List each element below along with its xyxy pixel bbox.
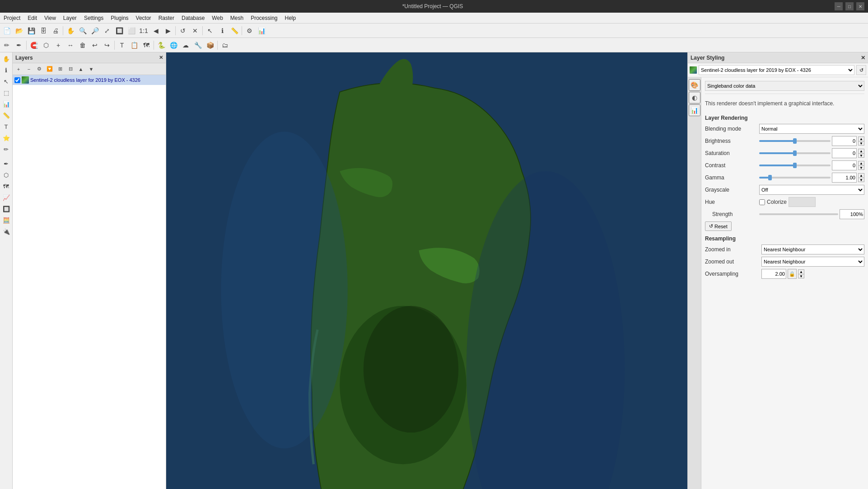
gamma-slider[interactable] <box>759 174 831 181</box>
contrast-slider[interactable] <box>759 162 831 169</box>
brightness-spinbox[interactable] <box>832 136 857 146</box>
plugin3-button[interactable]: 🗂 <box>219 39 231 51</box>
oversampling-up-button[interactable]: ▲ <box>798 269 804 274</box>
menu-settings[interactable]: Settings <box>80 14 107 22</box>
zoom-to-selection-button[interactable]: 🔲 <box>1 203 12 214</box>
saturation-up-button[interactable]: ▲ <box>858 149 864 153</box>
styling-tab-transparency[interactable]: ◐ <box>689 92 700 103</box>
oversampling-spinbox[interactable] <box>761 269 786 279</box>
layers-panel-close-icon[interactable]: ✕ <box>159 55 163 61</box>
blending-mode-dropdown[interactable]: Normal Multiply Screen <box>759 124 864 134</box>
measure-line-button[interactable]: 📏 <box>1 110 12 121</box>
menu-processing[interactable]: Processing <box>247 14 281 22</box>
menu-raster[interactable]: Raster <box>155 14 178 22</box>
styling-tab-renderer[interactable]: 🎨 <box>689 79 700 91</box>
saturation-slider[interactable] <box>759 150 831 156</box>
menu-help[interactable]: Help <box>281 14 300 22</box>
zoom-out-button[interactable]: 🔎 <box>89 25 101 37</box>
georef-button[interactable]: 🗺 <box>1 181 12 192</box>
pan-button[interactable]: ✋ <box>65 25 76 37</box>
zoomed-in-dropdown[interactable]: Nearest Neighbour Bilinear Cubic <box>761 244 864 254</box>
add-text-button[interactable]: T <box>1 121 12 132</box>
hue-color-swatch[interactable] <box>789 197 816 207</box>
measure-button[interactable]: 📏 <box>229 25 240 37</box>
select-button[interactable]: ↖ <box>204 25 216 37</box>
open-project-button[interactable]: 📂 <box>13 25 25 37</box>
layer-name[interactable]: Sentinel-2 cloudless layer for 2019 by E… <box>30 77 140 83</box>
menu-layer[interactable]: Layer <box>60 14 80 22</box>
menu-view[interactable]: View <box>41 14 60 22</box>
undo-button[interactable]: ↩ <box>89 39 101 51</box>
maximize-button[interactable]: □ <box>845 2 854 10</box>
print-button[interactable]: 🖨 <box>50 25 61 37</box>
new-project-button[interactable]: 📄 <box>1 25 13 37</box>
zoomed-out-dropdown[interactable]: Nearest Neighbour Bilinear Cubic <box>761 257 864 267</box>
advanced-digitize-button[interactable]: ⬡ <box>1 169 12 180</box>
browser-button[interactable]: 🌐 <box>168 39 179 51</box>
brightness-slider[interactable] <box>759 138 831 144</box>
styling-refresh-button[interactable]: ↺ <box>856 65 866 75</box>
layer-checkbox[interactable] <box>14 77 20 83</box>
move-down-button[interactable]: ▼ <box>86 64 96 74</box>
menu-mesh[interactable]: Mesh <box>227 14 247 22</box>
minimize-button[interactable]: ─ <box>835 2 843 10</box>
move-feature-button[interactable]: ↔ <box>65 39 76 51</box>
menu-database[interactable]: Database <box>178 14 208 22</box>
vertex-button[interactable]: ⬡ <box>40 39 52 51</box>
strength-slider[interactable] <box>759 211 838 217</box>
refresh-button[interactable]: ↺ <box>177 25 189 37</box>
identify-features-button[interactable]: ℹ <box>1 65 12 75</box>
gamma-spinbox[interactable] <box>832 173 857 183</box>
filter-layers-button[interactable]: 🔽 <box>45 64 55 74</box>
styling-tab-histogram[interactable]: 📊 <box>689 104 700 116</box>
oversampling-down-button[interactable]: ▼ <box>798 274 804 278</box>
delete-feature-button[interactable]: 🗑 <box>77 39 89 51</box>
deselect-button[interactable]: ⬚ <box>1 87 12 98</box>
zoom-last-button[interactable]: ◀ <box>150 25 162 37</box>
expand-all-button[interactable]: ⊞ <box>55 64 65 74</box>
colorize-checkbox[interactable] <box>759 199 765 205</box>
styling-panel-close-icon[interactable]: ✕ <box>861 55 865 61</box>
zoom-next-button[interactable]: ▶ <box>162 25 174 37</box>
plugin2-button[interactable]: 📦 <box>204 39 216 51</box>
contrast-down-button[interactable]: ▼ <box>858 165 864 170</box>
labels-button[interactable]: T <box>116 39 128 51</box>
layout-button[interactable]: 📋 <box>128 39 140 51</box>
open-table-button[interactable]: 📊 <box>1 99 12 109</box>
oversampling-lock-button[interactable]: 🔒 <box>788 269 797 279</box>
strength-spinbox[interactable] <box>840 209 864 219</box>
open-layer-properties-button[interactable]: ⚙ <box>34 64 44 74</box>
zoom-extent-button[interactable]: ⤢ <box>101 25 113 37</box>
identify-button[interactable]: ℹ <box>216 25 228 37</box>
layer-item[interactable]: Sentinel-2 cloudless layer for 2019 by E… <box>13 75 166 85</box>
save-project-button[interactable]: 💾 <box>25 25 37 37</box>
menu-edit[interactable]: Edit <box>24 14 41 22</box>
attribute-table-button[interactable]: 📊 <box>256 25 267 37</box>
saturation-down-button[interactable]: ▼ <box>858 153 864 158</box>
pan-map-button[interactable]: ✋ <box>1 53 12 64</box>
saturation-spinbox[interactable] <box>832 148 857 158</box>
layer-diagram-button[interactable]: 📈 <box>1 192 12 203</box>
brightness-down-button[interactable]: ▼ <box>858 141 864 146</box>
print-layout-button[interactable]: 🗺 <box>140 39 152 51</box>
qgis-cloud-button[interactable]: ☁ <box>180 39 191 51</box>
zoom-in-button[interactable]: 🔍 <box>77 25 89 37</box>
zoom-layer-button[interactable]: ⬜ <box>126 25 137 37</box>
plugin-left-button[interactable]: 🔌 <box>1 226 12 237</box>
menu-vector[interactable]: Vector <box>132 14 155 22</box>
spatial-bookmark-button[interactable]: ⭐ <box>1 132 12 143</box>
map-canvas[interactable] <box>166 52 687 489</box>
collapse-all-button[interactable]: ⊟ <box>65 64 75 74</box>
edit-layer-button[interactable]: ✏ <box>1 144 12 155</box>
snap-button[interactable]: 🧲 <box>28 39 40 51</box>
save-as-button[interactable]: 🗄 <box>37 25 49 37</box>
zoom-selection-button[interactable]: 🔲 <box>113 25 125 37</box>
redo-button[interactable]: ↪ <box>101 39 113 51</box>
menu-project[interactable]: Project <box>0 14 24 22</box>
edit-button[interactable]: ✒ <box>13 39 25 51</box>
remove-layer-button[interactable]: − <box>24 64 34 74</box>
reset-button[interactable]: ↺ Reset <box>705 221 732 231</box>
brightness-up-button[interactable]: ▲ <box>858 136 864 141</box>
python-button[interactable]: 🐍 <box>155 39 167 51</box>
gamma-up-button[interactable]: ▲ <box>858 173 864 178</box>
